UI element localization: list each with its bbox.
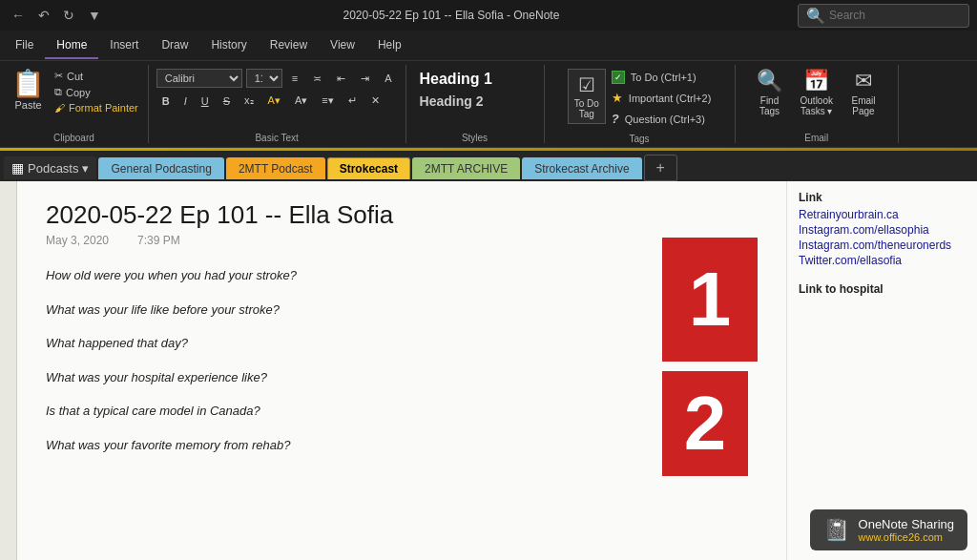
page-body: How old were you when you had your strok… — [46, 266, 758, 476]
basic-text-group: Calibri 11 ≡ ≍ ⇤ ⇥ A B I U — [149, 65, 406, 143]
image-box-1: 1 — [662, 238, 758, 362]
title-bar: ← ↶ ↻ ▼ 2020-05-22 Ep 101 -- Ella Sofia … — [0, 0, 977, 31]
right-panel: Link Retrainyourbrain.ca Instagram.com/e… — [786, 181, 977, 560]
notebook-dropdown-icon: ▾ — [82, 161, 89, 176]
page-date: May 3, 2020 — [46, 234, 109, 247]
todo-tag-item[interactable]: ✓ To Do (Ctrl+1) — [612, 69, 712, 86]
add-tab-button[interactable]: + — [644, 155, 677, 181]
notebook-label[interactable]: ▦ Podcasts ▾ — [4, 156, 96, 179]
paintbrush-icon: 🖌 — [54, 102, 65, 114]
todo-tag-button[interactable]: ☑ To DoTag — [568, 69, 606, 124]
title-bar-left: ← ↶ ↻ ▼ — [8, 6, 105, 25]
right-link-1[interactable]: Retrainyourbrain.ca — [799, 208, 966, 221]
customize-icon[interactable]: ▼ — [84, 6, 105, 25]
question-tag-item[interactable]: ? Question (Ctrl+3) — [612, 110, 712, 128]
outlook-icon: 📅 — [803, 69, 829, 93]
question-2: What was your life like before your stro… — [46, 301, 643, 320]
watermark-url: www.office26.com — [859, 531, 954, 543]
checkbox-icon: ✓ — [612, 71, 625, 84]
title-bar-title: 2020-05-22 Ep 101 -- Ella Sofia - OneNot… — [105, 9, 798, 22]
search-bar[interactable]: 🔍 — [798, 4, 969, 28]
question-6: What was your favorite memory from rehab… — [46, 436, 643, 455]
tab-strokecast-archive[interactable]: Strokecast Archive — [522, 157, 641, 179]
email-page-button[interactable]: ✉ EmailPage — [842, 65, 884, 120]
right-link-3[interactable]: Instagram.com/theneuronerds — [799, 239, 966, 252]
image-box-2: 2 — [662, 371, 748, 476]
list-ordered-button[interactable]: ≍ — [307, 70, 327, 88]
font-family-select[interactable]: Calibri — [156, 69, 242, 88]
copy-icon: ⧉ — [54, 86, 62, 98]
tab-general-podcasting[interactable]: General Podcasting — [98, 157, 223, 179]
watermark-text: OneNote Sharing — [859, 517, 954, 531]
search-input[interactable] — [829, 9, 963, 22]
clear-format-button[interactable]: A — [379, 70, 397, 87]
copy-button[interactable]: ⧉ Copy — [52, 85, 140, 99]
styles-label: Styles — [462, 133, 488, 143]
important-tag-item[interactable]: ★ Important (Ctrl+2) — [612, 89, 712, 107]
strikethrough-button[interactable]: S — [218, 93, 236, 110]
indent-increase-button[interactable]: ⇥ — [355, 70, 375, 88]
tab-strokecast[interactable]: Strokecast — [327, 157, 410, 179]
right-link-4[interactable]: Twitter.com/ellasofia — [799, 254, 966, 267]
paste-label: Paste — [14, 99, 41, 111]
tags-inner: ☑ To DoTag ✓ To Do (Ctrl+1) ★ Important … — [568, 65, 712, 132]
cut-button[interactable]: ✂ Cut — [52, 69, 140, 83]
redo-icon[interactable]: ↻ — [59, 6, 78, 25]
tab-home[interactable]: Home — [45, 32, 98, 59]
main-content: 2020-05-22 Ep 101 -- Ella Sofia May 3, 2… — [0, 181, 977, 560]
font-color-button[interactable]: A▾ — [289, 92, 313, 110]
ribbon-tab-bar: File Home Insert Draw History Review Vie… — [0, 31, 977, 61]
ribbon: File Home Insert Draw History Review Vie… — [0, 31, 977, 148]
format-painter-button[interactable]: 🖌 Format Painter — [52, 101, 140, 114]
outlook-tasks-button[interactable]: 📅 OutlookTasks ▾ — [795, 65, 839, 120]
underline-button[interactable]: U — [196, 93, 215, 110]
todo-label: To DoTag — [574, 98, 599, 119]
title-bar-right: 🔍 — [798, 4, 969, 28]
clear-btn2[interactable]: ✕ — [365, 92, 385, 110]
tab-review[interactable]: Review — [259, 32, 319, 59]
tab-draw[interactable]: Draw — [150, 32, 199, 59]
back-icon[interactable]: ← — [8, 6, 29, 25]
tags-group: ☑ To DoTag ✓ To Do (Ctrl+1) ★ Important … — [545, 65, 736, 143]
italic-button[interactable]: I — [178, 93, 193, 110]
right-link-2[interactable]: Instagram.com/ellasophia — [799, 223, 966, 237]
left-panel — [0, 181, 17, 560]
search-icon: 🔍 — [806, 7, 825, 25]
font-controls: Calibri 11 ≡ ≍ ⇤ ⇥ A B I U — [156, 69, 398, 110]
tab-view[interactable]: View — [319, 32, 366, 59]
tab-help[interactable]: Help — [366, 32, 413, 59]
tab-2mtt-podcast[interactable]: 2MTT Podcast — [226, 157, 325, 179]
basic-text-label: Basic Text — [255, 133, 298, 143]
tags-label: Tags — [629, 134, 649, 144]
question-3: What happened that day? — [46, 334, 643, 353]
tab-file[interactable]: File — [4, 32, 45, 59]
actions-group: 🔍 FindTags 📅 OutlookTasks ▾ ✉ EmailPage … — [736, 65, 899, 143]
page-area: 2020-05-22 Ep 101 -- Ella Sofia May 3, 2… — [17, 181, 786, 560]
find-tags-button[interactable]: 🔍 FindTags — [749, 65, 791, 120]
heading1-style[interactable]: Heading 1 — [414, 69, 498, 90]
tab-2mtt-archive[interactable]: 2MTT ARCHIVE — [412, 157, 520, 179]
onenote-icon: 📓 — [823, 518, 849, 543]
indent-decrease-button[interactable]: ⇤ — [331, 70, 351, 88]
subscript-button[interactable]: x₂ — [239, 92, 260, 110]
todo-icon: ☑ — [578, 73, 595, 96]
image-column: 1 2 — [662, 238, 758, 476]
undo-icon[interactable]: ↶ — [34, 6, 53, 25]
font-row1: Calibri 11 ≡ ≍ ⇤ ⇥ A — [156, 69, 398, 88]
notebook-icon: ▦ — [11, 160, 24, 176]
paste-button[interactable]: 📋 Paste — [8, 69, 49, 113]
star-icon: ★ — [612, 91, 623, 105]
bold-button[interactable]: B — [156, 93, 176, 110]
font-size-select[interactable]: 11 — [246, 69, 282, 88]
align-button[interactable]: ≡▾ — [316, 92, 339, 110]
basic-text-inner: Calibri 11 ≡ ≍ ⇤ ⇥ A B I U — [156, 65, 398, 131]
highlight-button[interactable]: A▾ — [262, 92, 286, 110]
tab-history[interactable]: History — [199, 32, 258, 59]
tab-insert[interactable]: Insert — [98, 32, 150, 59]
heading2-style[interactable]: Heading 2 — [414, 92, 489, 111]
clipboard-small-btns: ✂ Cut ⧉ Copy 🖌 Format Painter — [52, 69, 140, 114]
find-icon: 🔍 — [757, 69, 782, 93]
rtl-button[interactable]: ↵ — [343, 92, 363, 110]
list-unordered-button[interactable]: ≡ — [286, 70, 303, 87]
right-link-label: Link — [799, 191, 966, 204]
